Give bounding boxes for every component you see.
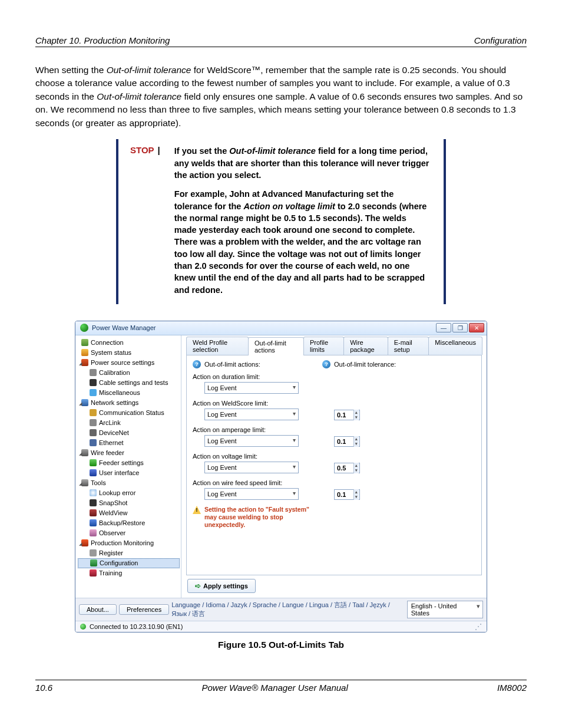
dropdown-wirefeed[interactable]: Log Event xyxy=(204,488,299,500)
tree-network[interactable]: Network settings xyxy=(78,398,180,408)
misc-icon xyxy=(90,389,97,396)
label-tolerance: Out-of-limit tolerance: xyxy=(334,361,396,368)
intro-paragraph: When setting the Out-of-limit tolerance … xyxy=(35,64,527,130)
tree-power-source[interactable]: Power source settings xyxy=(78,358,180,368)
figure-caption: Figure 10.5 Out-of-Limits Tab xyxy=(35,640,527,650)
apply-settings-button[interactable]: ➪ Apply settings xyxy=(187,579,256,593)
tab-out-of-limit-actions[interactable]: Out-of-limit actions xyxy=(248,337,304,355)
tab-content: ? Out-of-limit actions: ? Out-of-limit t… xyxy=(186,355,482,575)
label-wirefeed: Action on wire feed speed limit: xyxy=(193,479,475,486)
tab-email-setup[interactable]: E-mail setup xyxy=(388,337,429,355)
about-button[interactable]: About... xyxy=(79,604,117,615)
tree-weldview[interactable]: WeldView xyxy=(78,508,180,518)
tree-connection[interactable]: Connection xyxy=(78,338,180,348)
maximize-button[interactable]: ❐ xyxy=(452,323,468,332)
register-icon xyxy=(90,549,97,556)
status-text: Connected to 10.23.10.90 (EN1) xyxy=(90,623,183,630)
ui-icon xyxy=(90,469,97,476)
tree-calibration[interactable]: Calibration xyxy=(78,368,180,378)
tree-comm-status[interactable]: Communication Status xyxy=(78,408,180,418)
warning-text: Setting the action to "Fault system" may… xyxy=(204,506,316,529)
resize-grip-icon[interactable]: ⋰ xyxy=(475,624,482,629)
calibration-icon xyxy=(90,369,97,376)
tab-profile-limits[interactable]: Profile limits xyxy=(303,337,344,355)
dropdown-weldscore[interactable]: Log Event xyxy=(204,409,299,420)
app-icon xyxy=(80,324,88,332)
close-button[interactable]: ✕ xyxy=(469,323,484,332)
plug-icon xyxy=(81,339,88,346)
stop-callout: STOP| If you set the Out-of-limit tolera… xyxy=(116,139,446,304)
weldview-icon xyxy=(90,509,97,516)
tree-ethernet[interactable]: Ethernet xyxy=(78,438,180,448)
wirefeeder-icon xyxy=(81,449,88,456)
tree-observer[interactable]: Observer xyxy=(78,528,180,538)
tree-cable[interactable]: Cable settings and tests xyxy=(78,378,180,388)
warning-note: ! Setting the action to "Fault system" m… xyxy=(193,506,475,529)
help-icon[interactable]: ? xyxy=(322,360,330,368)
preferences-button[interactable]: Preferences xyxy=(119,604,169,615)
label-voltage: Action on voltage limit: xyxy=(193,453,475,460)
tree-tools[interactable]: Tools xyxy=(78,478,180,488)
tree-configuration[interactable]: Configuration xyxy=(78,558,180,568)
tree-system-status[interactable]: System status xyxy=(78,348,180,358)
main-panel: Weld Profile selection Out-of-limit acti… xyxy=(181,335,487,598)
footer-docid: IM8002 xyxy=(497,683,527,693)
header-section: Configuration xyxy=(474,35,527,45)
tree-training[interactable]: Training xyxy=(78,568,180,578)
spin-voltage[interactable]: 0.5 xyxy=(334,463,360,473)
tree-lookup[interactable]: Lookup error xyxy=(78,488,180,498)
label-amperage: Action on amperage limit: xyxy=(193,426,475,433)
nav-tree[interactable]: Connection System status Power source se… xyxy=(75,335,181,598)
spin-amperage[interactable]: 0.1 xyxy=(334,436,360,447)
tree-arclink[interactable]: ArcLink xyxy=(78,418,180,428)
tab-miscellaneous[interactable]: Miscellaneous xyxy=(428,337,482,355)
tree-devicenet[interactable]: DeviceNet xyxy=(78,428,180,438)
label-duration: Action on duration limit: xyxy=(193,373,475,380)
minimize-button[interactable]: — xyxy=(436,323,451,332)
apply-icon: ➪ xyxy=(195,582,201,590)
page-footer: 10.6 Power Wave® Manager User Manual IM8… xyxy=(35,680,527,693)
feeder-icon xyxy=(90,459,97,466)
spin-weldscore[interactable]: 0.1 xyxy=(334,410,360,420)
tree-snapshot[interactable]: SnapShot xyxy=(78,498,180,508)
status-bar: Connected to 10.23.10.90 (EN1) ⋰ xyxy=(75,621,487,632)
language-select[interactable]: English - United States xyxy=(407,601,483,618)
header-chapter: Chapter 10. Production Monitoring xyxy=(35,35,170,45)
connection-status-icon xyxy=(80,624,86,630)
prodmon-icon xyxy=(81,539,88,546)
training-icon xyxy=(90,569,97,577)
backup-icon xyxy=(90,519,97,526)
tree-misc[interactable]: Miscellaneous xyxy=(78,388,180,398)
tab-wire-package[interactable]: Wire package xyxy=(343,337,388,355)
dropdown-duration[interactable]: Log Event xyxy=(204,382,299,394)
tree-feeder-settings[interactable]: Feeder settings xyxy=(78,458,180,468)
observer-icon xyxy=(90,529,97,536)
ethernet-icon xyxy=(90,439,97,446)
tree-register[interactable]: Register xyxy=(78,548,180,558)
title-bar[interactable]: Power Wave Manager — ❐ ✕ xyxy=(75,321,487,335)
tab-strip: Weld Profile selection Out-of-limit acti… xyxy=(186,337,482,355)
tab-weld-profile[interactable]: Weld Profile selection xyxy=(186,337,249,355)
dropdown-voltage[interactable]: Log Event xyxy=(204,462,299,473)
tree-wire-feeder[interactable]: Wire feeder xyxy=(78,448,180,458)
tree-production-monitoring[interactable]: Production Monitoring xyxy=(78,538,180,548)
page-header: Chapter 10. Production Monitoring Config… xyxy=(35,35,527,47)
help-icon[interactable]: ? xyxy=(193,360,201,368)
arclink-icon xyxy=(90,419,97,426)
window-title: Power Wave Manager xyxy=(92,324,156,331)
status-icon xyxy=(81,349,88,356)
language-label: Language / Idioma / Jazyk / Sprache / La… xyxy=(171,601,401,618)
lookup-icon xyxy=(90,489,97,496)
label-weldscore: Action on WeldScore limit: xyxy=(193,400,475,407)
tree-user-interface[interactable]: User interface xyxy=(78,468,180,478)
stop-body: If you set the Out-of-limit tolerance fi… xyxy=(174,145,429,296)
tool-icon xyxy=(81,479,88,486)
warning-icon: ! xyxy=(193,506,201,514)
dropdown-amperage[interactable]: Log Event xyxy=(204,435,299,447)
spin-wirefeed[interactable]: 0.1 xyxy=(334,489,360,500)
power-icon xyxy=(81,359,88,366)
tree-backup[interactable]: Backup/Restore xyxy=(78,518,180,528)
footer-page: 10.6 xyxy=(35,683,52,693)
config-icon xyxy=(90,559,97,566)
bottom-toolbar: About... Preferences Language / Idioma /… xyxy=(75,598,487,621)
